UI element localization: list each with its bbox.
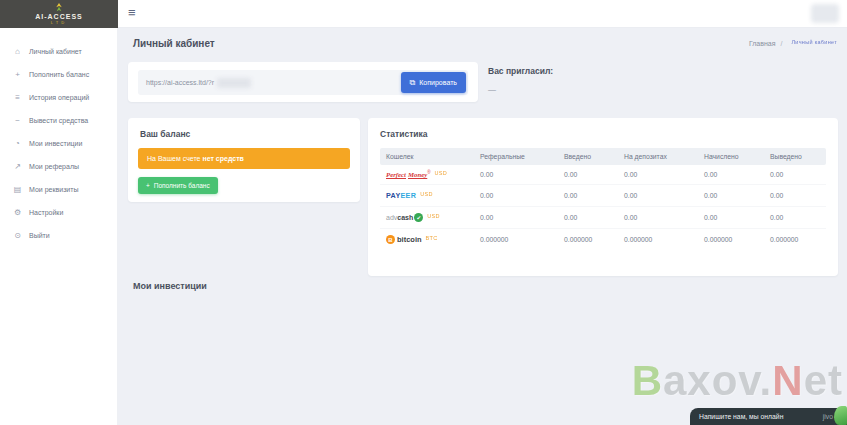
card-icon: ▤ bbox=[13, 185, 22, 194]
currency-badge: USD bbox=[435, 170, 448, 176]
brand-subtitle: LTD bbox=[51, 21, 67, 25]
col-on-deposits: На депозитах bbox=[624, 153, 704, 160]
cell-value: 0.00 bbox=[480, 192, 564, 199]
plus-icon: + bbox=[146, 182, 150, 189]
statistics-table: Кошелек Реферальные Введено На депозитах… bbox=[380, 148, 826, 250]
chart-icon: ↗ bbox=[13, 162, 22, 171]
registered-mark: ® bbox=[427, 170, 430, 175]
jivo-chat-widget[interactable]: Напишите нам, мы онлайн jivo bbox=[690, 408, 847, 425]
sidebar-item-label: Мои рефералы bbox=[29, 163, 79, 170]
referral-link-field[interactable]: https://ai-access.ltd/?r ⧉ Копировать bbox=[138, 70, 468, 95]
balance-card: Ваш баланс На Вашем счете нет средств + … bbox=[128, 118, 360, 202]
cell-value: 0.00 bbox=[624, 171, 704, 178]
copy-icon: ⧉ bbox=[410, 78, 416, 88]
bitcoin-icon: B bbox=[386, 235, 395, 244]
home-icon: ⌂ bbox=[13, 47, 22, 56]
main-content: Личный кабинет Главная / Личный кабинет … bbox=[118, 28, 847, 425]
jivo-leaf-icon bbox=[834, 406, 847, 425]
cell-value: 0.00 bbox=[624, 214, 704, 221]
sidebar-item-dashboard[interactable]: ⌂ Личный кабинет bbox=[0, 40, 117, 63]
alert-bold-text: нет средств bbox=[202, 155, 243, 162]
sidebar: ⌂ Личный кабинет + Пополнить баланс ≡ Ис… bbox=[0, 28, 118, 425]
perfect-money-logo: Money bbox=[408, 171, 427, 178]
cell-value: 0.00 bbox=[770, 171, 820, 178]
cell-value: 0.00 bbox=[564, 192, 624, 199]
sidebar-item-settings[interactable]: ⚙ Настройки bbox=[0, 201, 117, 224]
chat-message: Напишите нам, мы онлайн bbox=[690, 413, 783, 420]
plus-icon: + bbox=[13, 70, 22, 79]
page-title: Личный кабинет bbox=[133, 38, 215, 49]
sidebar-item-label: Настройки bbox=[29, 209, 63, 216]
topbar: ≡ bbox=[0, 0, 847, 28]
breadcrumb-separator: / bbox=[781, 40, 783, 47]
menu-toggle-icon[interactable]: ≡ bbox=[128, 5, 136, 21]
app-window: ≡ AI-ACCESS LTD ⌂ Личный кабинет + Попол… bbox=[0, 0, 847, 425]
table-row-advcash: adv cash ✔ USD 0.00 0.00 0.00 0.00 0.00 bbox=[380, 207, 826, 229]
topup-button-label: Пополнить баланс bbox=[154, 182, 210, 189]
investments-section-title: Мои инвестиции bbox=[133, 281, 207, 291]
alert-text: На Вашем счете bbox=[147, 155, 202, 162]
sidebar-item-topup[interactable]: + Пополнить баланс bbox=[0, 63, 117, 86]
cell-value: 0.000000 bbox=[624, 236, 704, 243]
advcash-logo: cash bbox=[397, 214, 413, 221]
cell-value: 0.00 bbox=[480, 214, 564, 221]
gear-icon: ⚙ bbox=[13, 208, 22, 217]
col-accrued: Начислено bbox=[704, 153, 770, 160]
inviter-block: Вас пригласил: — bbox=[488, 66, 553, 94]
sidebar-item-logout[interactable]: ⊙ Выйти bbox=[0, 224, 117, 247]
sidebar-item-referrals[interactable]: ↗ Мои рефералы bbox=[0, 155, 117, 178]
cell-value: 0.00 bbox=[564, 171, 624, 178]
col-deposited: Введено bbox=[564, 153, 624, 160]
sidebar-item-label: История операций bbox=[29, 94, 89, 101]
cell-value: 0.00 bbox=[770, 192, 820, 199]
statistics-title: Статистика bbox=[368, 118, 838, 139]
list-icon: ≡ bbox=[13, 93, 22, 102]
sidebar-item-label: Выйти bbox=[29, 232, 50, 239]
referral-url-blurred-part bbox=[217, 78, 251, 88]
cell-value: 0.00 bbox=[770, 214, 820, 221]
copy-button[interactable]: ⧉ Копировать bbox=[401, 72, 466, 93]
sidebar-item-label: Пополнить баланс bbox=[29, 71, 89, 78]
breadcrumb: Главная / Личный кабинет bbox=[749, 40, 837, 47]
sidebar-item-investments[interactable]: ◔ Мои инвестиции bbox=[0, 132, 117, 155]
currency-badge: USD bbox=[427, 213, 440, 219]
cell-value: 0.00 bbox=[704, 192, 770, 199]
balance-title: Ваш баланс bbox=[128, 118, 360, 139]
cell-value: 0.00 bbox=[624, 192, 704, 199]
no-funds-alert: На Вашем счете нет средств bbox=[138, 148, 350, 169]
sidebar-item-label: Мои реквизиты bbox=[29, 186, 79, 193]
cell-value: 0.000000 bbox=[770, 236, 820, 243]
table-row-perfect-money: Perfect Money ® USD 0.00 0.00 0.00 0.00 … bbox=[380, 165, 826, 185]
advcash-logo: adv bbox=[386, 214, 397, 221]
sidebar-item-withdraw[interactable]: − Вывести средства bbox=[0, 109, 117, 132]
advcash-check-icon: ✔ bbox=[414, 213, 423, 222]
col-referral: Реферальные bbox=[480, 153, 564, 160]
currency-badge: USD bbox=[420, 191, 433, 197]
breadcrumb-current[interactable]: Личный кабинет bbox=[791, 39, 837, 45]
cell-value: 0.00 bbox=[564, 214, 624, 221]
copy-button-label: Копировать bbox=[419, 79, 457, 86]
payeer-logo: PAY bbox=[386, 191, 400, 200]
brand-logo[interactable]: AI-ACCESS LTD bbox=[0, 0, 118, 28]
perfect-money-logo: Perfect bbox=[386, 171, 406, 178]
sidebar-item-label: Личный кабинет bbox=[29, 48, 82, 55]
statistics-card: Статистика Кошелек Реферальные Введено Н… bbox=[368, 118, 838, 276]
table-row-payeer: PAY EER USD 0.00 0.00 0.00 0.00 0.00 bbox=[380, 185, 826, 207]
topup-balance-button[interactable]: + Пополнить баланс bbox=[138, 177, 218, 194]
payeer-logo: EER bbox=[400, 191, 416, 200]
sidebar-item-label: Вывести средства bbox=[29, 117, 88, 124]
power-icon: ⊙ bbox=[13, 231, 22, 240]
breadcrumb-home[interactable]: Главная bbox=[749, 40, 776, 47]
currency-badge: BTC bbox=[426, 235, 438, 241]
cell-value: 0.000000 bbox=[564, 236, 624, 243]
user-avatar[interactable] bbox=[811, 4, 839, 23]
wallet-advcash: adv cash ✔ USD bbox=[386, 213, 480, 222]
sidebar-item-history[interactable]: ≡ История операций bbox=[0, 86, 117, 109]
sidebar-item-requisites[interactable]: ▤ Мои реквизиты bbox=[0, 178, 117, 201]
brand-logo-icon bbox=[52, 3, 66, 12]
inviter-label: Вас пригласил: bbox=[488, 66, 553, 76]
sidebar-item-label: Мои инвестиции bbox=[29, 140, 82, 147]
inviter-value: — bbox=[488, 85, 553, 94]
table-header-row: Кошелек Реферальные Введено На депозитах… bbox=[380, 148, 826, 165]
wallet-payeer: PAY EER USD bbox=[386, 191, 480, 200]
